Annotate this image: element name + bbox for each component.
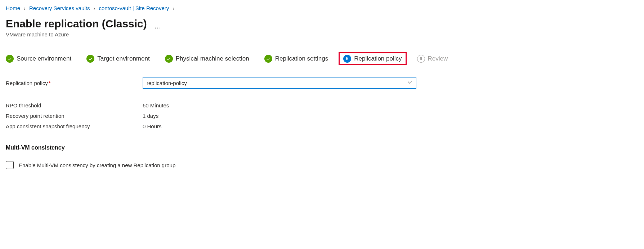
check-circle-icon [86, 55, 94, 63]
breadcrumb: Home › Recovery Services vaults › contos… [6, 5, 638, 11]
step-source-environment[interactable]: Source environment [6, 55, 71, 63]
breadcrumb-item-home[interactable]: Home [6, 5, 20, 11]
wizard-steps: Source environment Target environment Ph… [6, 55, 638, 63]
page-subtitle: VMware machine to Azure [6, 31, 638, 37]
check-circle-icon [6, 55, 14, 63]
check-circle-icon [264, 55, 272, 63]
replication-policy-label: Replication policy* [6, 80, 143, 86]
step-target-environment[interactable]: Target environment [86, 55, 150, 63]
step-label: Target environment [97, 55, 150, 62]
chevron-right-icon: › [173, 5, 174, 11]
step-label: Replication policy [354, 55, 402, 62]
required-indicator: * [49, 80, 51, 86]
recovery-retention-value: 1 days [143, 113, 330, 119]
recovery-retention-label: Recovery point retention [6, 113, 143, 119]
select-value: replication-policy [147, 80, 187, 86]
step-label: Replication settings [275, 55, 328, 62]
label-text: Replication policy [6, 80, 48, 86]
multi-vm-checkbox-label: Enable Multi-VM consistency by creating … [19, 162, 175, 168]
chevron-right-icon: › [93, 5, 95, 11]
more-actions-button[interactable]: … [154, 22, 162, 30]
step-review[interactable]: 6 Review [417, 55, 448, 63]
step-number-icon: 5 [343, 55, 351, 63]
replication-policy-select[interactable]: replication-policy [143, 77, 416, 89]
step-number-icon: 6 [417, 55, 425, 63]
step-label: Review [428, 55, 448, 62]
step-label: Physical machine selection [176, 55, 249, 62]
snapshot-frequency-value: 0 Hours [143, 123, 330, 129]
rpo-threshold-label: RPO threshold [6, 102, 143, 108]
breadcrumb-item-vault[interactable]: contoso-vault | Site Recovery [99, 5, 169, 11]
breadcrumb-item-vaults[interactable]: Recovery Services vaults [29, 5, 90, 11]
snapshot-frequency-label: App consistent snapshot frequency [6, 123, 143, 129]
chevron-down-icon [407, 80, 412, 86]
multi-vm-checkbox[interactable] [6, 161, 14, 169]
check-circle-icon [165, 55, 173, 63]
step-label: Source environment [17, 55, 71, 62]
chevron-right-icon: › [24, 5, 26, 11]
step-physical-machine-selection[interactable]: Physical machine selection [165, 55, 249, 63]
step-replication-settings[interactable]: Replication settings [264, 55, 328, 63]
page-title: Enable replication (Classic) [6, 18, 147, 30]
rpo-threshold-value: 60 Minutes [143, 102, 330, 108]
step-replication-policy[interactable]: 5 Replication policy [339, 52, 406, 65]
multi-vm-section-title: Multi-VM consistency [6, 144, 638, 151]
